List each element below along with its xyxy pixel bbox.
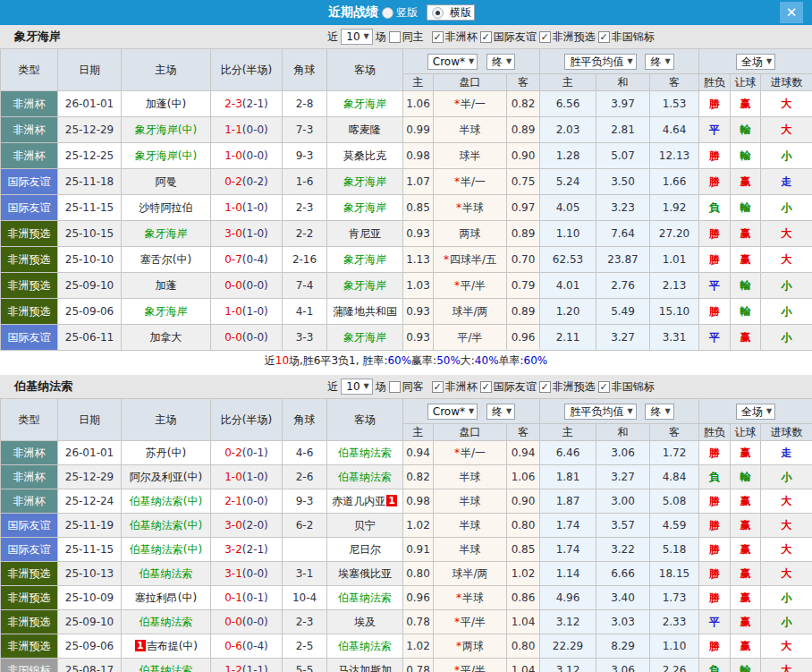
col-date: 日期 (58, 399, 122, 441)
match-score: 1-0(1-0) (211, 299, 283, 325)
checkbox-africa-qualifier[interactable]: 非洲预选 (539, 30, 596, 45)
halftime-score: (2-1) (242, 98, 268, 110)
result-goals: 走 (761, 441, 812, 465)
layout-radio-horizontal[interactable]: 横版 (427, 4, 475, 21)
book-time-select[interactable]: 终▼ (486, 54, 515, 70)
checkbox-africa-qualifier[interactable]: 非洲预选 (539, 379, 596, 395)
checkbox-same-away[interactable]: 同客 (389, 379, 424, 395)
checkbox-checked-icon (480, 381, 492, 393)
checkbox-non-championship[interactable]: 非国锦标 (598, 379, 655, 395)
chevron-down-icon: ▼ (766, 405, 772, 418)
recent-count-value: 10 (346, 30, 359, 43)
avg-away-odds: 27.20 (650, 221, 699, 247)
corner-count: 5-5 (283, 659, 327, 672)
bookmaker-select[interactable]: Crow*▼ (427, 54, 478, 70)
away-team: 伯基纳法索 (327, 586, 403, 610)
result-handicap: 輸 (731, 117, 761, 143)
avg-draw-odds: 3.27 (596, 325, 650, 351)
bookmaker-select[interactable]: Crow*▼ (427, 404, 478, 420)
recent-count-select[interactable]: 10 ▼ (341, 379, 372, 395)
crow-away-odds: 0.94 (507, 441, 540, 465)
checkbox-intl-friendly[interactable]: 国际友谊 (480, 379, 537, 395)
col-home: 主场 (122, 49, 211, 91)
close-button[interactable]: ✕ (780, 2, 803, 23)
avg-odds-select[interactable]: 胜平负均值▼ (564, 404, 636, 420)
halftime-score: (0-4) (242, 640, 268, 652)
scope-select[interactable]: 全场▼ (736, 404, 775, 420)
match-row: 国际友谊25-11-15沙特阿拉伯1-0(1-0)2-3象牙海岸0.85*半球0… (1, 195, 812, 221)
comp-label: 非洲杯 (445, 379, 478, 395)
crow-home-odds: 0.99 (403, 117, 434, 143)
avg-away-odds: 2.13 (650, 273, 699, 299)
col-score: 比分(半场) (211, 49, 283, 91)
comp-label: 非洲杯 (445, 30, 478, 45)
star-marker: * (456, 591, 461, 604)
match-date: 25-12-29 (58, 465, 122, 489)
away-team: 贝宁 (327, 514, 403, 538)
halftime-score: (0-1) (242, 447, 268, 459)
crow-away-odds: 0.96 (507, 325, 540, 351)
result-wdl: 平 (699, 610, 731, 634)
star-marker: * (454, 616, 460, 628)
result-wdl: 勝 (699, 538, 731, 562)
crow-home-odds: 0.82 (403, 465, 434, 489)
summary-part: 场,胜6平3负1, 胜率: (289, 353, 387, 369)
result-handicap: 赢 (731, 586, 761, 610)
scope-group: 全场▼ (699, 49, 812, 74)
result-goals: 大 (761, 562, 812, 586)
avg-away-odds: 1.72 (650, 441, 699, 465)
book-time-select[interactable]: 终▼ (486, 404, 515, 420)
checkbox-africa-cup[interactable]: 非洲杯 (432, 379, 478, 395)
result-goals: 小 (761, 299, 812, 325)
checkbox-africa-cup[interactable]: 非洲杯 (432, 30, 478, 45)
avg-time-select[interactable]: 终▼ (645, 404, 673, 420)
result-goals: 大 (761, 514, 812, 538)
avg-home-odds: 1.74 (540, 514, 596, 538)
filter-bar: 近 10 ▼ 场 同客 非洲杯 国际友谊 (170, 375, 812, 398)
result-wdl: 勝 (699, 221, 731, 247)
sub-col-let: 让球 (731, 74, 761, 91)
corner-count: 1-6 (283, 169, 327, 195)
bookmaker-group: Crow*▼ 终▼ (403, 399, 540, 424)
avg-home-odds: 4.05 (540, 195, 596, 221)
sub-col-avg-draw: 和 (596, 424, 650, 441)
avg-draw-odds: 3.40 (596, 586, 650, 610)
match-date: 25-10-09 (58, 586, 122, 610)
avg-away-odds: 4.64 (650, 117, 699, 143)
recent-count-select[interactable]: 10 ▼ (341, 29, 372, 45)
avg-odds-select[interactable]: 胜平负均值▼ (564, 54, 636, 70)
col-type: 类型 (1, 49, 58, 91)
avg-odds-value: 胜平负均值 (570, 405, 623, 418)
result-goals: 小 (761, 325, 812, 351)
chevron-down-icon: ▼ (364, 30, 369, 43)
sub-col-wdl: 胜负 (699, 424, 731, 441)
match-date: 25-09-06 (58, 299, 122, 325)
avg-home-odds: 1.20 (540, 299, 596, 325)
handicap-line: 半球 (434, 538, 507, 562)
away-team: 伯基纳法索 (327, 465, 403, 489)
checkbox-intl-friendly[interactable]: 国际友谊 (480, 30, 537, 45)
crow-home-odds: 0.93 (403, 325, 434, 351)
competition-badge: 非洲预选 (1, 247, 58, 273)
home-team: 伯基纳法索(中) (122, 538, 211, 562)
result-wdl: 勝 (699, 247, 731, 273)
fulltime-score: 1-0 (224, 471, 242, 483)
checkbox-same-home[interactable]: 同主 (389, 30, 424, 45)
star-marker: * (444, 253, 449, 266)
match-date: 25-10-13 (58, 562, 122, 586)
scope-select[interactable]: 全场▼ (736, 54, 775, 70)
avg-odds-group: 胜平负均值▼ 终▼ (540, 49, 699, 74)
modal-title: 近期战绩 (328, 4, 378, 21)
avg-home-odds: 1.10 (540, 221, 596, 247)
avg-draw-odds: 6.66 (596, 562, 650, 586)
checkbox-non-championship[interactable]: 非国锦标 (598, 30, 655, 45)
halftime-score: (0-0) (242, 279, 268, 292)
avg-time-select[interactable]: 终▼ (645, 54, 673, 70)
match-row: 国际友谊25-11-15伯基纳法索(中)3-2(2-1)尼日尔0.91半球0.8… (1, 538, 812, 562)
checkbox-checked-icon (432, 31, 444, 43)
match-score: 0-2(0-2) (211, 169, 283, 195)
layout-radio-vertical[interactable]: 竖版 (382, 5, 418, 21)
handicap-line: *平/半 (434, 273, 507, 299)
corner-count: 9-3 (283, 143, 327, 169)
match-score: 1-0(1-0) (211, 195, 283, 221)
